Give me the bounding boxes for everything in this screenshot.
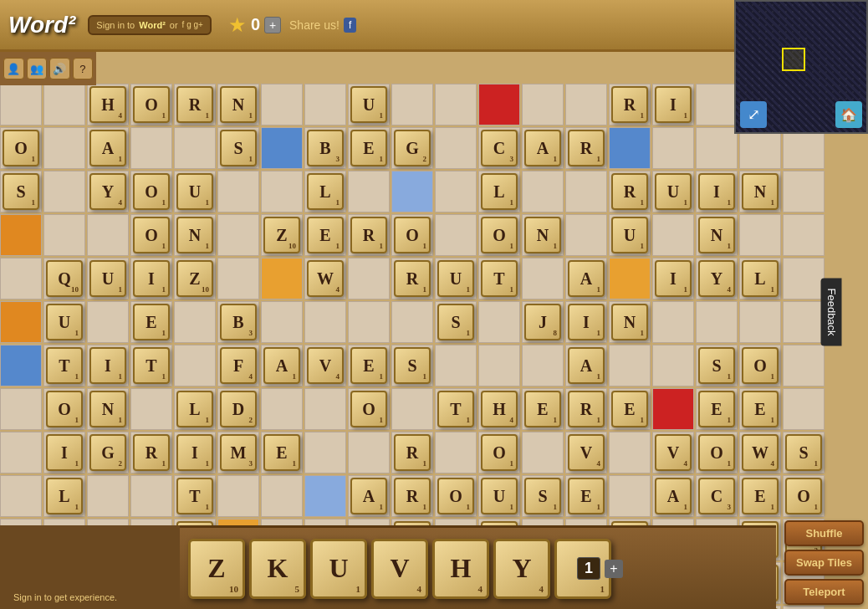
word2-link[interactable]: Word²	[139, 20, 166, 30]
board-cell[interactable]: I1	[174, 432, 216, 473]
board-cell[interactable]: C3	[696, 475, 738, 517]
board-cell[interactable]	[522, 258, 564, 299]
board-cell[interactable]: R1	[391, 432, 433, 473]
board-cell[interactable]: O1	[739, 345, 781, 386]
board-cell[interactable]: O1	[783, 475, 825, 517]
board-cell[interactable]	[522, 345, 564, 386]
board-cell[interactable]: E1	[130, 301, 172, 343]
board-cell[interactable]	[0, 301, 42, 343]
board-cell[interactable]: N1	[609, 301, 651, 343]
board-cell[interactable]: V4	[652, 432, 694, 473]
board-cell[interactable]: R1	[348, 214, 390, 256]
board-cell[interactable]: O1	[348, 388, 390, 430]
board-cell[interactable]: A1	[522, 127, 564, 169]
board-cell[interactable]	[696, 301, 738, 343]
board-cell[interactable]: O1	[0, 127, 42, 169]
board-cell[interactable]: H4	[87, 84, 129, 125]
board-cell[interactable]	[130, 388, 172, 430]
board-cell[interactable]: T1	[174, 475, 216, 517]
board-cell[interactable]	[130, 127, 172, 169]
board-cell[interactable]	[87, 301, 129, 343]
board-cell[interactable]	[304, 388, 346, 430]
board-cell[interactable]: R1	[391, 258, 433, 299]
board-cell[interactable]: E1	[304, 214, 346, 256]
board-cell[interactable]	[0, 84, 42, 125]
board-cell[interactable]	[696, 84, 738, 125]
board-cell[interactable]	[609, 127, 651, 169]
board-cell[interactable]	[565, 171, 607, 212]
board-cell[interactable]	[783, 301, 825, 343]
board-cell[interactable]: M3	[217, 432, 259, 473]
board-cell[interactable]: A1	[348, 475, 390, 517]
board-cell[interactable]: O1	[130, 84, 172, 125]
board-cell[interactable]: F4	[217, 345, 259, 386]
board-cell[interactable]: I1	[652, 258, 694, 299]
board-cell[interactable]: I1	[565, 301, 607, 343]
board-cell[interactable]	[43, 171, 85, 212]
board-cell[interactable]: E1	[261, 432, 303, 473]
board-cell[interactable]	[739, 301, 781, 343]
board-cell[interactable]	[391, 301, 433, 343]
board-cell[interactable]	[348, 258, 390, 299]
facebook-icon[interactable]: f	[344, 18, 356, 33]
board-cell[interactable]	[217, 171, 259, 212]
board-cell[interactable]: L1	[43, 475, 85, 517]
board-cell[interactable]	[217, 258, 259, 299]
board-cell[interactable]	[609, 432, 651, 473]
board-cell[interactable]: U1	[478, 475, 520, 517]
board-cell[interactable]	[522, 84, 564, 125]
board-cell[interactable]: L1	[174, 388, 216, 430]
board-cell[interactable]	[391, 388, 433, 430]
board-cell[interactable]	[87, 214, 129, 256]
board-cell[interactable]: Z10	[261, 214, 303, 256]
board-cell[interactable]: B3	[304, 127, 346, 169]
board-cell[interactable]: S1	[783, 432, 825, 473]
board-cell[interactable]	[435, 127, 477, 169]
rack-tile[interactable]: V4	[371, 539, 428, 599]
board-cell[interactable]: S1	[696, 345, 738, 386]
board-cell[interactable]: U1	[174, 171, 216, 212]
board-cell[interactable]: O1	[696, 432, 738, 473]
board-cell[interactable]: U1	[609, 214, 651, 256]
board-cell[interactable]: R1	[565, 388, 607, 430]
board-cell[interactable]: L1	[478, 171, 520, 212]
board-cell[interactable]	[130, 475, 172, 517]
board-cell[interactable]	[739, 214, 781, 256]
board-cell[interactable]	[304, 432, 346, 473]
board-cell[interactable]: E1	[348, 127, 390, 169]
board-cell[interactable]	[652, 301, 694, 343]
board-cell[interactable]: U1	[87, 258, 129, 299]
board-cell[interactable]	[478, 84, 520, 125]
board-cell[interactable]	[304, 475, 346, 517]
board-cell[interactable]: G2	[87, 432, 129, 473]
board-cell[interactable]	[391, 171, 433, 212]
board-cell[interactable]	[261, 301, 303, 343]
board-cell[interactable]	[304, 84, 346, 125]
board-cell[interactable]	[435, 432, 477, 473]
board-cell[interactable]	[652, 388, 694, 430]
board-cell[interactable]: H4	[478, 388, 520, 430]
board-cell[interactable]: N1	[522, 214, 564, 256]
board-cell[interactable]: E1	[739, 475, 781, 517]
board-cell[interactable]	[783, 258, 825, 299]
board-cell[interactable]: R1	[174, 84, 216, 125]
board-cell[interactable]	[696, 127, 738, 169]
board-cell[interactable]: J8	[522, 301, 564, 343]
board-cell[interactable]: E1	[739, 388, 781, 430]
board-cell[interactable]: R1	[391, 475, 433, 517]
board-cell[interactable]	[652, 127, 694, 169]
board-cell[interactable]	[609, 258, 651, 299]
teleport-button[interactable]: Teleport	[784, 579, 864, 605]
board-cell[interactable]: R1	[609, 84, 651, 125]
board-cell[interactable]: N1	[87, 388, 129, 430]
shuffle-button[interactable]: Shuffle	[784, 520, 864, 546]
board-cell[interactable]: Q10	[43, 258, 85, 299]
board-cell[interactable]: I1	[87, 345, 129, 386]
board-cell[interactable]: Y4	[87, 171, 129, 212]
board-cell[interactable]	[783, 345, 825, 386]
board-cell[interactable]: E1	[696, 388, 738, 430]
board-cell[interactable]	[565, 84, 607, 125]
board-cell[interactable]	[261, 84, 303, 125]
board-cell[interactable]	[43, 214, 85, 256]
board-cell[interactable]: T1	[435, 388, 477, 430]
